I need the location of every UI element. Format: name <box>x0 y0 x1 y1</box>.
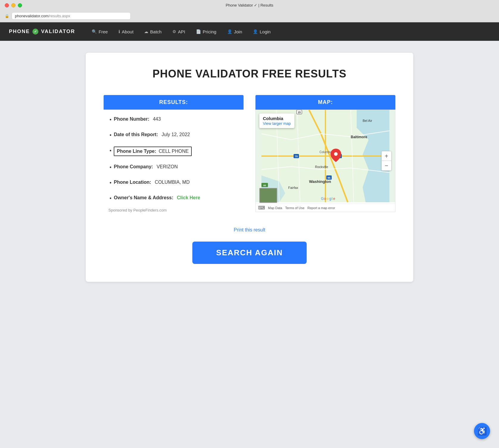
list-item: Phone Location: COLUMBIA, MD <box>110 179 241 187</box>
nav-batch[interactable]: ☁ Batch <box>139 27 166 37</box>
terms-of-use-link[interactable]: Terms of Use <box>285 206 305 210</box>
svg-text:95: 95 <box>328 176 330 179</box>
browser-title: Phone Validator ✓ | Results <box>226 3 273 7</box>
info-icon: ℹ <box>118 29 120 34</box>
browser-controls <box>5 3 22 7</box>
phone-type-value: CELL PHONE <box>159 149 189 154</box>
address-path: /results.aspx <box>49 14 70 18</box>
accessibility-button[interactable]: ♿ <box>474 423 490 439</box>
list-item: Owner's Name & Address: Click Here <box>110 194 241 203</box>
nav-login[interactable]: 👤 Login <box>248 27 275 37</box>
svg-text:Fairfax: Fairfax <box>288 186 298 189</box>
svg-text:Bel Air: Bel Air <box>363 119 372 122</box>
keyboard-icon: ⌨ <box>258 205 265 211</box>
address-bar[interactable]: phonevalidator.com/results.aspx <box>12 12 131 20</box>
svg-text:G: G <box>321 197 324 201</box>
nav-batch-label: Batch <box>150 29 161 34</box>
owner-name-label: Owner's Name & Address: <box>114 194 173 201</box>
list-item: Date of this Report: July 12, 2022 <box>110 131 241 139</box>
nav-api-label: API <box>178 29 185 34</box>
document-icon: 📄 <box>196 29 201 34</box>
map-thumbnail[interactable] <box>259 188 277 203</box>
phone-location-value: COLUMBIA, MD <box>155 179 190 186</box>
nav-pricing[interactable]: 📄 Pricing <box>191 27 221 37</box>
logo-text-after: VALIDATOR <box>39 29 75 35</box>
browser-titlebar: Phone Validator ✓ | Results <box>0 0 499 10</box>
report-date-label: Date of this Report: <box>114 131 158 138</box>
svg-text:Rockville: Rockville <box>315 165 328 169</box>
map-data-link[interactable]: Map Data <box>268 206 282 210</box>
page-heading: PHONE VALIDATOR FREE RESULTS <box>104 68 395 80</box>
svg-point-20 <box>334 152 338 156</box>
list-item: Phone Line Type: CELL PHONE <box>110 147 241 156</box>
lock-icon: 🔒 <box>5 14 9 18</box>
nav-free[interactable]: 🔍 Free <box>87 27 113 37</box>
phone-company-label: Phone Company: <box>114 163 153 170</box>
page-content: PHONE VALIDATOR FREE RESULTS RESULTS: Ph… <box>0 41 499 428</box>
phone-type-label: Phone Line Type: <box>117 149 156 154</box>
map-footer: ⌨ Map Data Terms of Use Report a map err… <box>256 203 395 212</box>
sponsored-text: Sponsored by PeopleFinders.com <box>108 208 244 212</box>
svg-text:o: o <box>327 197 329 201</box>
svg-text:70: 70 <box>295 155 298 158</box>
phone-type-box: Phone Line Type: CELL PHONE <box>114 147 191 156</box>
svg-text:Washington: Washington <box>309 179 331 184</box>
list-item: Phone Company: VERIZON <box>110 163 241 172</box>
browser-addressbar: 🔒 phonevalidator.com/results.aspx <box>0 10 499 22</box>
nav-join-label: Join <box>234 29 242 34</box>
results-header: RESULTS: <box>104 95 244 110</box>
maximize-button[interactable] <box>18 3 22 7</box>
logo-text-before: PHONE <box>9 29 32 35</box>
results-col: RESULTS: Phone Number: 443 Date of this … <box>104 95 244 215</box>
svg-text:o: o <box>324 197 326 201</box>
nav-about[interactable]: ℹ About <box>114 27 138 37</box>
user-icon: 👤 <box>253 29 258 34</box>
accessibility-icon: ♿ <box>477 427 487 436</box>
map-col: MAP: <box>255 95 395 215</box>
map-container: Baltimore Rockville Washington Fairfax B… <box>255 110 395 212</box>
logo[interactable]: PHONE ✓ VALIDATOR <box>9 29 75 35</box>
browser-chrome: Phone Validator ✓ | Results 🔒 phonevalid… <box>0 0 499 22</box>
nav-links: 🔍 Free ℹ About ☁ Batch ⚙ API 📄 Pricing 👤… <box>87 27 490 37</box>
gear-icon: ⚙ <box>172 29 176 34</box>
nav-login-label: Login <box>260 29 271 34</box>
navigation: PHONE ✓ VALIDATOR 🔍 Free ℹ About ☁ Batch… <box>0 22 499 41</box>
nav-api[interactable]: ⚙ API <box>168 27 190 37</box>
nav-free-label: Free <box>99 29 108 34</box>
nav-about-label: About <box>122 29 133 34</box>
svg-text:g: g <box>329 197 331 201</box>
results-layout: RESULTS: Phone Number: 443 Date of this … <box>104 95 395 215</box>
minimize-button[interactable] <box>11 3 15 7</box>
logo-check-icon: ✓ <box>32 29 38 35</box>
print-link[interactable]: Print this result <box>234 227 265 232</box>
map-header: MAP: <box>255 95 395 110</box>
phone-number-label: Phone Number: <box>114 116 149 123</box>
search-again-wrap: SEARCH AGAIN <box>104 242 395 264</box>
zoom-out-button[interactable]: − <box>382 161 391 170</box>
main-card: PHONE VALIDATOR FREE RESULTS RESULTS: Ph… <box>86 53 413 282</box>
svg-text:66: 66 <box>263 184 266 187</box>
results-list: Phone Number: 443 Date of this Report: J… <box>104 110 244 213</box>
view-larger-map-link[interactable]: View larger map <box>263 121 291 126</box>
zoom-in-button[interactable]: + <box>382 151 391 161</box>
close-button[interactable] <box>5 3 9 7</box>
nav-pricing-label: Pricing <box>203 29 216 34</box>
nav-join[interactable]: 👤 Join <box>222 27 247 37</box>
search-again-button[interactable]: SEARCH AGAIN <box>192 242 307 264</box>
map-popup: Columbia View larger map <box>259 113 294 128</box>
search-icon: 🔍 <box>92 29 97 34</box>
phone-company-value: VERIZON <box>157 163 178 170</box>
phone-location-label: Phone Location: <box>114 179 151 186</box>
print-link-wrap: Print this result <box>104 227 395 233</box>
svg-text:e: e <box>333 197 335 201</box>
svg-text:Columbia: Columbia <box>319 150 332 154</box>
join-icon: 👤 <box>227 29 232 34</box>
list-item: Phone Number: 443 <box>110 116 241 124</box>
svg-text:15: 15 <box>298 111 301 114</box>
report-date-value: July 12, 2022 <box>162 131 190 138</box>
owner-click-here[interactable]: Click Here <box>177 194 200 201</box>
svg-text:l: l <box>332 197 333 201</box>
map-zoom-controls: + − <box>381 151 392 171</box>
report-error-link[interactable]: Report a map error <box>308 206 335 210</box>
cloud-icon: ☁ <box>144 29 148 34</box>
